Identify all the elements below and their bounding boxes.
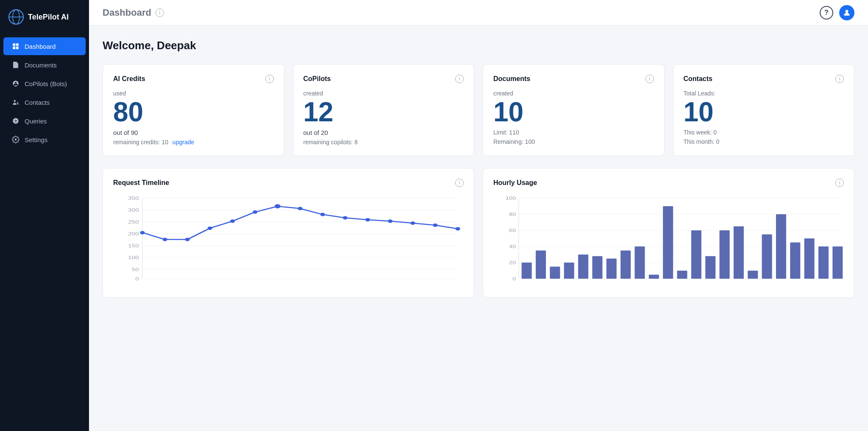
sidebar-item-copilots[interactable]: CoPilots (Bots) (3, 75, 86, 92)
svg-text:350: 350 (128, 196, 139, 201)
out-of-value: 90 (131, 129, 138, 136)
chart-card-request-timeline: Request Timeline i (103, 168, 474, 298)
svg-rect-56 (522, 263, 532, 279)
stat-big-number: 80 (113, 98, 274, 126)
svg-point-36 (320, 213, 325, 216)
svg-rect-60 (578, 255, 588, 279)
stat-card-title: Documents (493, 75, 530, 83)
upgrade-link[interactable]: upgrade (172, 139, 194, 146)
limit-label: Limit: (493, 129, 507, 136)
svg-text:50: 50 (132, 267, 139, 272)
stat-card-title: CoPilots (303, 75, 331, 83)
chart-info-icon[interactable]: i (455, 179, 464, 187)
stat-info-icon[interactable]: i (835, 75, 844, 83)
sidebar-item-settings[interactable]: Settings (3, 131, 86, 148)
out-of-label: out of (303, 129, 320, 136)
contacts-icon (12, 98, 19, 106)
svg-rect-67 (677, 271, 687, 279)
svg-rect-69 (705, 256, 715, 279)
svg-point-35 (298, 207, 303, 210)
stat-card-title: AI Credits (113, 75, 145, 83)
svg-rect-64 (634, 246, 645, 279)
topbar-left: Dashboard i (103, 7, 164, 18)
svg-rect-68 (691, 230, 701, 279)
svg-rect-3 (13, 43, 15, 46)
app-logo[interactable]: TelePilot AI (0, 0, 89, 34)
this-week-value: 0 (713, 129, 717, 136)
dashboard-icon (12, 42, 19, 50)
dashboard-content: Welcome, Deepak AI Credits i used 80 out… (89, 25, 868, 431)
svg-text:150: 150 (128, 243, 139, 248)
svg-point-33 (253, 210, 257, 214)
app-name: TelePilot AI (28, 13, 69, 22)
sidebar-item-contacts[interactable]: Contacts (3, 93, 86, 111)
out-of-value: 20 (321, 129, 328, 136)
svg-text:80: 80 (509, 212, 516, 217)
sidebar-item-dashboard[interactable]: Dashboard (3, 37, 86, 55)
bar-chart-svg: 100 80 60 40 20 0 (493, 194, 844, 287)
svg-rect-77 (818, 246, 829, 279)
stat-info-icon[interactable]: i (265, 75, 274, 83)
stats-row: AI Credits i used 80 out of 90 remaining… (103, 64, 854, 156)
svg-rect-59 (564, 263, 574, 279)
stat-card-header: CoPilots i (303, 75, 464, 83)
sidebar: TelePilot AI Dashboard Documents CoPilot… (0, 0, 89, 431)
svg-point-31 (208, 227, 212, 230)
stat-remaining: remaining copilots: 8 (303, 139, 464, 146)
svg-point-37 (343, 216, 348, 219)
svg-point-42 (456, 227, 460, 230)
sidebar-item-documents[interactable]: Documents (3, 56, 86, 74)
user-avatar[interactable] (839, 5, 854, 20)
stat-card-ai-credits: AI Credits i used 80 out of 90 remaining… (103, 64, 284, 156)
line-chart-svg: 350 300 250 200 150 100 50 0 (113, 194, 464, 287)
svg-text:200: 200 (128, 231, 139, 236)
stat-card-copilots: CoPilots i created 12 out of 20 remainin… (293, 64, 475, 156)
stat-limit: Limit: 110 (493, 129, 654, 136)
remaining-label: remaining credits: (113, 139, 160, 146)
svg-point-32 (230, 219, 235, 223)
chart-card-header: Hourly Usage i (493, 179, 844, 187)
svg-rect-4 (16, 43, 19, 46)
svg-rect-78 (832, 246, 843, 279)
svg-rect-73 (762, 235, 772, 279)
stat-this-week: This week: 0 (684, 129, 844, 136)
svg-rect-71 (734, 227, 744, 279)
svg-point-29 (163, 238, 167, 241)
stat-big-number: 12 (303, 98, 464, 126)
out-of-label: out of (113, 129, 129, 136)
svg-point-40 (410, 221, 415, 225)
svg-rect-58 (550, 267, 560, 279)
logo-icon (8, 9, 24, 25)
chart-title: Request Timeline (113, 179, 169, 187)
sidebar-item-label: Documents (25, 62, 57, 69)
svg-point-41 (433, 224, 437, 227)
sidebar-item-queries[interactable]: ? Queries (3, 112, 86, 130)
help-button[interactable]: ? (820, 6, 833, 20)
svg-point-30 (185, 238, 190, 241)
stat-info-icon[interactable]: i (645, 75, 654, 83)
stat-card-contacts: Contacts i Total Leads: 10 This week: 0 … (673, 64, 855, 156)
sidebar-nav: Dashboard Documents CoPilots (Bots) Cont… (0, 34, 89, 152)
chart-title: Hourly Usage (493, 179, 537, 187)
stat-label: used (113, 90, 274, 97)
stat-card-header: Contacts i (684, 75, 844, 83)
svg-text:100: 100 (128, 255, 139, 260)
avatar-icon (843, 8, 851, 17)
chart-card-hourly-usage: Hourly Usage i 100 8 (483, 168, 854, 298)
chart-info-icon[interactable]: i (835, 179, 844, 187)
sidebar-item-label: Settings (25, 136, 47, 143)
main-content: Dashboard i ? Welcome, Deepak AI Credits… (89, 0, 868, 431)
charts-row: Request Timeline i (103, 168, 854, 298)
svg-point-10 (846, 10, 849, 13)
copilots-icon (12, 80, 19, 87)
stat-big-number: 10 (493, 98, 654, 126)
remaining-value: 8 (354, 139, 358, 146)
page-info-icon[interactable]: i (156, 8, 164, 17)
svg-rect-5 (13, 47, 15, 49)
stat-label: Total Leads: (684, 90, 844, 97)
svg-text:100: 100 (506, 196, 516, 201)
stat-info-icon[interactable]: i (455, 75, 464, 83)
stat-remaining: Remaining: 100 (493, 138, 654, 145)
sidebar-item-label: CoPilots (Bots) (25, 80, 67, 87)
stat-out-of: out of 90 (113, 129, 274, 136)
